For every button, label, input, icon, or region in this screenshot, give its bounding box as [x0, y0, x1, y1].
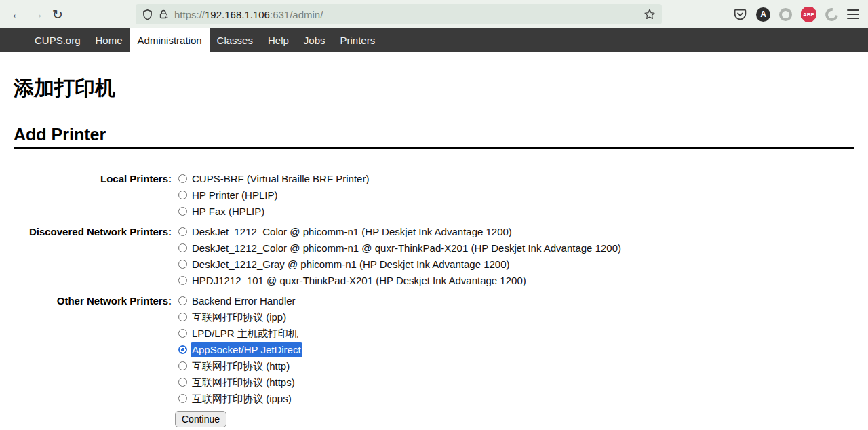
radio-button[interactable]	[178, 378, 187, 387]
radio-button-selected[interactable]	[178, 345, 187, 354]
option-label: HP Fax (HPLIP)	[192, 205, 264, 218]
option-label: LPD/LPR 主机或打印机	[192, 327, 298, 340]
section-label: Local Printers:	[14, 171, 172, 220]
option-list: Backend Error Handler互联网打印协议 (ipp)LPD/LP…	[178, 293, 301, 407]
reload-button[interactable]: ↻	[47, 4, 68, 24]
printer-option[interactable]: DeskJet_1212_Color @ phicomm-n1 (HP Desk…	[178, 224, 621, 240]
option-label: CUPS-BRF (Virtual Braille BRF Printer)	[192, 172, 369, 185]
option-label: DeskJet_1212_Color @ phicomm-n1 @ quxr-T…	[192, 241, 621, 254]
page-content: 添加打印机 Add Printer Local Printers:CUPS-BR…	[0, 76, 868, 427]
printer-option[interactable]: 互联网打印协议 (https)	[178, 374, 301, 391]
toolbar-extensions: A ABP	[733, 7, 868, 22]
option-label: DeskJet_1212_Color @ phicomm-n1 (HP Desk…	[192, 225, 512, 238]
form-section: Discovered Network Printers:DeskJet_1212…	[14, 222, 854, 291]
radio-button[interactable]	[178, 243, 187, 252]
form-section: Local Printers:CUPS-BRF (Virtual Braille…	[14, 169, 854, 222]
printer-option[interactable]: 互联网打印协议 (ipps)	[178, 391, 301, 407]
forward-button: →	[27, 4, 47, 24]
bookmark-star-icon[interactable]	[644, 8, 656, 20]
radio-button[interactable]	[178, 207, 187, 216]
radio-button[interactable]	[178, 260, 187, 269]
shield-icon[interactable]	[142, 9, 153, 20]
nav-item-classes[interactable]: Classes	[210, 28, 260, 52]
option-label: HPDJ1212_101 @ quxr-ThinkPad-X201 (HP De…	[192, 274, 526, 287]
pocket-icon[interactable]	[733, 7, 747, 22]
radio-button[interactable]	[178, 191, 187, 199]
nav-item-jobs[interactable]: Jobs	[296, 28, 333, 52]
radio-button[interactable]	[178, 329, 187, 338]
printer-option[interactable]: Backend Error Handler	[178, 293, 301, 309]
option-label: AppSocket/HP JetDirect	[192, 343, 301, 356]
radio-button[interactable]	[178, 227, 187, 236]
option-label: Backend Error Handler	[192, 294, 296, 307]
option-list: CUPS-BRF (Virtual Braille BRF Printer)HP…	[178, 171, 369, 220]
option-label: 互联网打印协议 (ipps)	[192, 392, 292, 405]
printer-option[interactable]: AppSocket/HP JetDirect	[178, 342, 301, 358]
option-label: HP Printer (HPLIP)	[192, 189, 277, 201]
form-section: Other Network Printers:Backend Error Han…	[14, 291, 854, 409]
printer-option[interactable]: 互联网打印协议 (http)	[178, 358, 301, 374]
option-label: 互联网打印协议 (https)	[192, 376, 295, 389]
printer-option[interactable]: HP Printer (HPLIP)	[178, 187, 369, 203]
nav-item-cupsorg[interactable]: CUPS.org	[27, 28, 88, 52]
radio-button[interactable]	[178, 394, 187, 403]
back-button[interactable]: ←	[7, 4, 27, 24]
adblock-plus-icon[interactable]: ABP	[801, 7, 816, 22]
browser-toolbar: ← → ↻ https://192.168.1.106:631/admin/	[0, 0, 868, 28]
section-label: Other Network Printers:	[14, 293, 172, 407]
extension-ring-icon[interactable]	[779, 8, 792, 21]
radio-button[interactable]	[178, 174, 187, 183]
printer-option[interactable]: DeskJet_1212_Color @ phicomm-n1 @ quxr-T…	[178, 240, 621, 256]
printer-option[interactable]: 互联网打印协议 (ipp)	[178, 309, 301, 326]
lock-warning-icon[interactable]	[158, 9, 170, 20]
radio-button[interactable]	[178, 361, 187, 370]
url-text[interactable]: https://192.168.1.106:631/admin/	[174, 9, 323, 20]
radio-button[interactable]	[178, 276, 187, 285]
option-list: DeskJet_1212_Color @ phicomm-n1 (HP Desk…	[178, 224, 621, 289]
printer-option[interactable]: CUPS-BRF (Virtual Braille BRF Printer)	[178, 171, 369, 187]
extension-swirl-icon[interactable]	[823, 5, 840, 23]
radio-button[interactable]	[178, 313, 187, 321]
option-label: 互联网打印协议 (http)	[192, 359, 290, 372]
option-label: 互联网打印协议 (ipp)	[192, 311, 286, 324]
printer-option[interactable]: LPD/LPR 主机或打印机	[178, 326, 301, 342]
radio-button[interactable]	[178, 296, 187, 305]
printer-option[interactable]: HP Fax (HPLIP)	[178, 203, 369, 220]
nav-item-help[interactable]: Help	[260, 28, 296, 52]
continue-row: Continue	[175, 411, 854, 427]
section-label: Discovered Network Printers:	[14, 224, 172, 289]
option-label: DeskJet_1212_Gray @ phicomm-n1 (HP Deskj…	[192, 258, 510, 271]
address-bar[interactable]: https://192.168.1.106:631/admin/	[136, 4, 662, 24]
nav-item-printers[interactable]: Printers	[333, 28, 383, 52]
continue-button[interactable]: Continue	[175, 411, 226, 427]
page-title-zh: 添加打印机	[14, 76, 854, 100]
menu-icon[interactable]	[847, 9, 859, 19]
page-title-en: Add Printer	[14, 125, 854, 149]
cups-navbar: CUPS.orgHomeAdministrationClassesHelpJob…	[0, 28, 868, 52]
printer-option[interactable]: HPDJ1212_101 @ quxr-ThinkPad-X201 (HP De…	[178, 273, 621, 289]
nav-item-administration[interactable]: Administration	[130, 28, 210, 52]
add-printer-form: Local Printers:CUPS-BRF (Virtual Braille…	[14, 169, 854, 409]
account-icon[interactable]: A	[756, 7, 770, 22]
printer-option[interactable]: DeskJet_1212_Gray @ phicomm-n1 (HP Deskj…	[178, 256, 621, 273]
nav-item-home[interactable]: Home	[88, 28, 130, 52]
